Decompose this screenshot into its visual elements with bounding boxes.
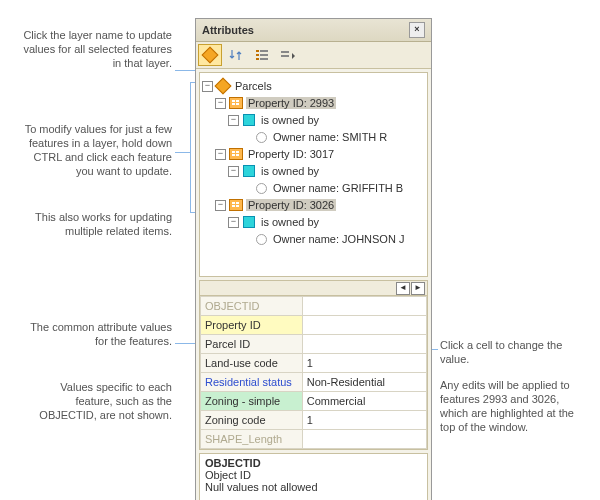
grid-header: ◄ ► — [200, 281, 427, 296]
svg-rect-7 — [281, 55, 289, 57]
leader — [175, 152, 190, 153]
tool-options-icon[interactable] — [276, 44, 300, 66]
grid-field-value[interactable]: Non-Residential — [302, 373, 426, 392]
field-info: OBJECTID Object ID Null values not allow… — [199, 453, 428, 500]
collapse-icon[interactable]: − — [228, 217, 239, 228]
callout-related: This also works for updating multiple re… — [20, 210, 172, 238]
relation-icon — [242, 114, 256, 126]
grid-field-name: OBJECTID — [201, 297, 303, 316]
grid-row[interactable]: Zoning - simpleCommercial — [201, 392, 427, 411]
svg-rect-5 — [260, 58, 268, 60]
tool-sort-icon[interactable] — [224, 44, 248, 66]
grid-field-name: Zoning - simple — [201, 392, 303, 411]
grid-row[interactable]: SHAPE_Length — [201, 430, 427, 449]
grid-next-icon[interactable]: ► — [411, 282, 425, 295]
tree-owner-label: Owner name: JOHNSON J — [271, 233, 406, 245]
grid-row[interactable]: Property ID — [201, 316, 427, 335]
grid-field-value[interactable] — [302, 430, 426, 449]
collapse-icon[interactable]: − — [228, 166, 239, 177]
svg-rect-0 — [256, 50, 259, 52]
tree-relation-label: is owned by — [259, 114, 321, 126]
tree-relation-label: is owned by — [259, 165, 321, 177]
tree-root[interactable]: −Parcels — [202, 78, 425, 94]
feature-tree: −Parcels −Property ID: 2993 −is owned by… — [199, 72, 428, 277]
svg-rect-1 — [260, 50, 268, 52]
tree-feature[interactable]: −Property ID: 3017 — [202, 146, 425, 162]
relation-icon — [242, 165, 256, 177]
table-icon — [229, 97, 243, 109]
grid-row[interactable]: Land-use code1 — [201, 354, 427, 373]
grid-table: OBJECTIDProperty IDParcel IDLand-use cod… — [200, 296, 427, 449]
table-icon — [229, 199, 243, 211]
leader — [190, 82, 191, 212]
grid-row[interactable]: Parcel ID — [201, 335, 427, 354]
grid-field-name: Parcel ID — [201, 335, 303, 354]
attribute-grid: ◄ ► OBJECTIDProperty IDParcel IDLand-use… — [199, 280, 428, 450]
grid-field-name: Zoning code — [201, 411, 303, 430]
grid-field-name: Land-use code — [201, 354, 303, 373]
grid-row[interactable]: Zoning code1 — [201, 411, 427, 430]
collapse-icon[interactable]: − — [215, 98, 226, 109]
svg-rect-3 — [260, 54, 268, 56]
tree-relation[interactable]: −is owned by — [202, 163, 425, 179]
callout-edits-applied: Any edits will be applied to features 29… — [440, 378, 580, 434]
tool-layers-icon[interactable] — [198, 44, 222, 66]
field-info-title: OBJECTID — [205, 457, 422, 469]
grid-field-name: SHAPE_Length — [201, 430, 303, 449]
collapse-icon[interactable]: − — [215, 149, 226, 160]
callout-specific-values: Values specific to each feature, such as… — [20, 380, 172, 422]
table-icon — [229, 148, 243, 160]
grid-field-value[interactable] — [302, 297, 426, 316]
tree-feature[interactable]: −Property ID: 2993 — [202, 95, 425, 111]
close-icon[interactable]: × — [409, 22, 425, 38]
tree-relation[interactable]: −is owned by — [202, 214, 425, 230]
attributes-window: Attributes × −Parcels −Property ID: 2993… — [195, 18, 432, 500]
tree-feature-label: Property ID: 3026 — [246, 199, 336, 211]
field-info-desc: Object ID — [205, 469, 422, 481]
grid-field-name: Residential status — [201, 373, 303, 392]
collapse-icon[interactable]: − — [202, 81, 213, 92]
grid-row[interactable]: OBJECTID — [201, 297, 427, 316]
grid-field-value[interactable] — [302, 316, 426, 335]
callout-ctrl-select: To modify values for just a few features… — [20, 122, 172, 178]
grid-field-value[interactable]: Commercial — [302, 392, 426, 411]
tree-relation[interactable]: −is owned by — [202, 112, 425, 128]
link-icon — [254, 233, 268, 245]
tree-owner[interactable]: Owner name: GRIFFITH B — [202, 180, 425, 196]
grid-field-value[interactable]: 1 — [302, 411, 426, 430]
link-icon — [254, 182, 268, 194]
link-icon — [254, 131, 268, 143]
tree-owner[interactable]: Owner name: SMITH R — [202, 129, 425, 145]
collapse-icon[interactable]: − — [215, 200, 226, 211]
callout-click-cell: Click a cell to change the value. — [440, 338, 580, 366]
tool-list-icon[interactable] — [250, 44, 274, 66]
tree-owner-label: Owner name: GRIFFITH B — [271, 182, 405, 194]
callout-layer-name: Click the layer name to update values fo… — [20, 28, 172, 70]
tree-feature[interactable]: −Property ID: 3026 — [202, 197, 425, 213]
toolbar — [196, 42, 431, 69]
svg-rect-2 — [256, 54, 259, 56]
grid-row[interactable]: Residential statusNon-Residential — [201, 373, 427, 392]
relation-icon — [242, 216, 256, 228]
tree-feature-label: Property ID: 3017 — [246, 148, 336, 160]
tree-feature-label: Property ID: 2993 — [246, 97, 336, 109]
tree-relation-label: is owned by — [259, 216, 321, 228]
tree-root-label: Parcels — [233, 80, 274, 92]
window-title: Attributes — [202, 24, 254, 36]
svg-rect-6 — [281, 51, 289, 53]
grid-field-value[interactable]: 1 — [302, 354, 426, 373]
titlebar: Attributes × — [196, 19, 431, 42]
tree-owner-label: Owner name: SMITH R — [271, 131, 389, 143]
collapse-icon[interactable]: − — [228, 115, 239, 126]
field-info-null: Null values not allowed — [205, 481, 422, 493]
tree-owner[interactable]: Owner name: JOHNSON J — [202, 231, 425, 247]
grid-prev-icon[interactable]: ◄ — [396, 282, 410, 295]
svg-rect-4 — [256, 58, 259, 60]
grid-field-value[interactable] — [302, 335, 426, 354]
layer-icon — [216, 80, 230, 92]
grid-field-name: Property ID — [201, 316, 303, 335]
callout-common-values: The common attribute values for the feat… — [20, 320, 172, 348]
